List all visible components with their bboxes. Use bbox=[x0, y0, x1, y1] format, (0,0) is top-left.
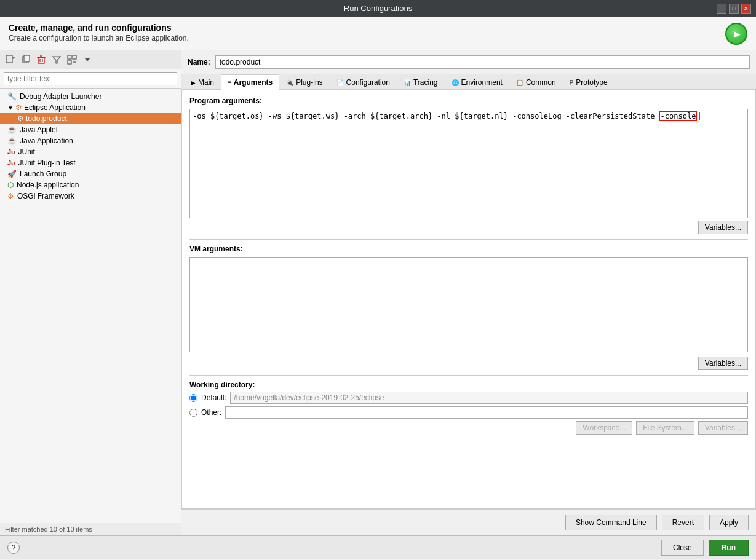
filesystem-btn[interactable]: File System... bbox=[636, 421, 694, 435]
tab-common[interactable]: 📋 Common bbox=[509, 74, 563, 90]
tab-configuration[interactable]: 📄 Configuration bbox=[330, 74, 397, 90]
run-footer-btn[interactable]: Run bbox=[709, 540, 749, 556]
tree-item-nodejs[interactable]: ⬡ Node.js application bbox=[0, 179, 181, 191]
junit-label: JUnit bbox=[18, 148, 35, 156]
tree-item-launch-group[interactable]: 🚀 Launch Group bbox=[0, 168, 181, 179]
launch-group-icon: 🚀 bbox=[7, 170, 17, 178]
tracing-tab-icon: 📊 bbox=[404, 79, 411, 86]
tab-plugins[interactable]: 🔌 Plug-ins bbox=[279, 74, 329, 90]
prototype-tab-icon: P bbox=[570, 79, 574, 86]
header-text: Create, manage, and run configurations C… bbox=[9, 23, 189, 42]
junit-icon: Jυ bbox=[7, 148, 15, 156]
name-input[interactable] bbox=[215, 55, 750, 69]
other-radio-row: Other: bbox=[189, 406, 748, 419]
filter-status: Filter matched 10 of 10 items bbox=[0, 523, 181, 535]
dir-btns-row: Workspace... File System... Variables... bbox=[189, 421, 748, 435]
default-radio-row: Default: bbox=[189, 392, 748, 404]
nodejs-label: Node.js application bbox=[17, 181, 79, 189]
toolbar bbox=[0, 50, 181, 69]
main-tab-icon: ▶ bbox=[191, 79, 196, 86]
tree-item-java-app[interactable]: ☕ Java Application bbox=[0, 135, 181, 146]
program-args-text[interactable]: -os ${target.os} -ws ${target.ws} -arch … bbox=[190, 109, 747, 123]
apply-btn[interactable]: Apply bbox=[709, 515, 749, 530]
show-cmd-btn[interactable]: Show Command Line bbox=[565, 515, 657, 530]
osgi-icon: ⚙ bbox=[7, 192, 14, 200]
tree-item-eclipse-app[interactable]: ▼ ⚙ Eclipse Application bbox=[0, 102, 181, 113]
program-args-label: Program arguments: bbox=[189, 97, 748, 105]
other-path-input[interactable] bbox=[225, 406, 748, 419]
window-controls: ─ □ ✕ bbox=[717, 4, 751, 14]
footer-right: Close Run bbox=[661, 540, 749, 556]
view-menu-btn[interactable] bbox=[81, 53, 94, 66]
tabs-bar: ▶ Main ≡ Arguments 🔌 Plug-ins 📄 Configur… bbox=[181, 74, 756, 90]
tab-environment[interactable]: 🌐 Environment bbox=[445, 74, 509, 90]
tree-item-java-applet[interactable]: ☕ Java Applet bbox=[0, 124, 181, 135]
name-row: Name: bbox=[181, 50, 756, 74]
vm-variables-btn[interactable]: Variables... bbox=[698, 357, 748, 370]
run-button[interactable] bbox=[725, 23, 747, 45]
right-panel: Name: ▶ Main ≡ Arguments 🔌 Plug-ins bbox=[181, 50, 756, 535]
tree-item-todo-product[interactable]: ⚙ todo.product bbox=[0, 113, 181, 124]
debug-adapter-label: Debug Adapter Launcher bbox=[20, 92, 101, 101]
revert-btn[interactable]: Revert bbox=[662, 515, 704, 530]
tree-item-debug-adapter[interactable]: 🔧 Debug Adapter Launcher bbox=[0, 91, 181, 102]
tab-tracing[interactable]: 📊 Tracing bbox=[397, 74, 445, 90]
filter-wrap bbox=[0, 69, 181, 89]
header-title: Create, manage, and run configurations bbox=[9, 23, 189, 33]
help-btn[interactable]: ? bbox=[7, 542, 20, 554]
workspace-btn[interactable]: Workspace... bbox=[576, 421, 632, 435]
filter-btn[interactable] bbox=[50, 53, 63, 66]
arguments-tab-label: Arguments bbox=[234, 78, 273, 87]
tab-arguments[interactable]: ≡ Arguments bbox=[221, 74, 279, 90]
tracing-tab-label: Tracing bbox=[413, 78, 438, 87]
todo-label: todo.product bbox=[26, 114, 67, 123]
filter-input[interactable] bbox=[4, 72, 177, 85]
help-icon: ? bbox=[12, 543, 16, 552]
prog-vars-btn-row: Variables... bbox=[189, 221, 748, 234]
main-tab-label: Main bbox=[198, 78, 214, 87]
prototype-tab-label: Prototype bbox=[576, 78, 607, 87]
java-applet-label: Java Applet bbox=[20, 125, 58, 134]
duplicate-config-btn[interactable] bbox=[19, 53, 33, 66]
header-area: Create, manage, and run configurations C… bbox=[0, 17, 756, 50]
title-bar: Run Configurations ─ □ ✕ bbox=[0, 0, 756, 17]
vm-args-textarea[interactable] bbox=[189, 257, 748, 352]
default-radio[interactable] bbox=[189, 394, 197, 402]
svg-rect-4 bbox=[24, 55, 30, 61]
default-radio-label: Default: bbox=[201, 393, 226, 402]
collapse-all-btn[interactable] bbox=[65, 53, 79, 66]
todo-icon: ⚙ bbox=[17, 114, 24, 123]
other-radio[interactable] bbox=[189, 409, 197, 417]
close-btn[interactable]: Close bbox=[661, 540, 704, 556]
prog-variables-btn[interactable]: Variables... bbox=[698, 221, 748, 234]
eclipse-app-label: Eclipse Application bbox=[24, 103, 86, 112]
svg-rect-12 bbox=[73, 55, 76, 59]
left-panel: 🔧 Debug Adapter Launcher ▼ ⚙ Eclipse App… bbox=[0, 50, 181, 535]
working-dir-section: Working directory: Default: Other: Works… bbox=[189, 381, 748, 435]
program-args-container: -os ${target.os} -ws ${target.ws} -arch … bbox=[189, 109, 748, 218]
new-config-btn[interactable] bbox=[4, 53, 17, 66]
environment-tab-label: Environment bbox=[461, 78, 503, 87]
variables-dir-btn[interactable]: Variables... bbox=[698, 421, 748, 435]
tab-prototype[interactable]: P Prototype bbox=[563, 74, 615, 90]
other-radio-label: Other: bbox=[201, 408, 221, 417]
configuration-tab-label: Configuration bbox=[346, 78, 390, 87]
common-tab-icon: 📋 bbox=[516, 79, 523, 86]
close-window-btn[interactable]: ✕ bbox=[741, 4, 751, 14]
footer-bar: ? Close Run bbox=[0, 535, 756, 559]
tab-main[interactable]: ▶ Main bbox=[184, 74, 221, 90]
maximize-btn[interactable]: □ bbox=[729, 4, 739, 14]
tree-item-junit-plugin[interactable]: Jυ JUnit Plug-in Test bbox=[0, 157, 181, 168]
tree-item-osgi[interactable]: ⚙ OSGi Framework bbox=[0, 191, 181, 202]
tree-item-junit[interactable]: Jυ JUnit bbox=[0, 146, 181, 157]
svg-rect-0 bbox=[6, 55, 12, 63]
delete-config-btn[interactable] bbox=[34, 53, 48, 66]
junit-plugin-label: JUnit Plug-in Test bbox=[18, 159, 76, 167]
java-applet-icon: ☕ bbox=[7, 125, 17, 134]
osgi-label: OSGi Framework bbox=[17, 192, 74, 200]
expand-icon: ▼ bbox=[7, 105, 14, 111]
plugins-tab-icon: 🔌 bbox=[286, 79, 293, 86]
debug-adapter-icon: 🔧 bbox=[7, 92, 17, 101]
eclipse-app-icon: ⚙ bbox=[15, 103, 22, 112]
minimize-btn[interactable]: ─ bbox=[717, 4, 726, 14]
